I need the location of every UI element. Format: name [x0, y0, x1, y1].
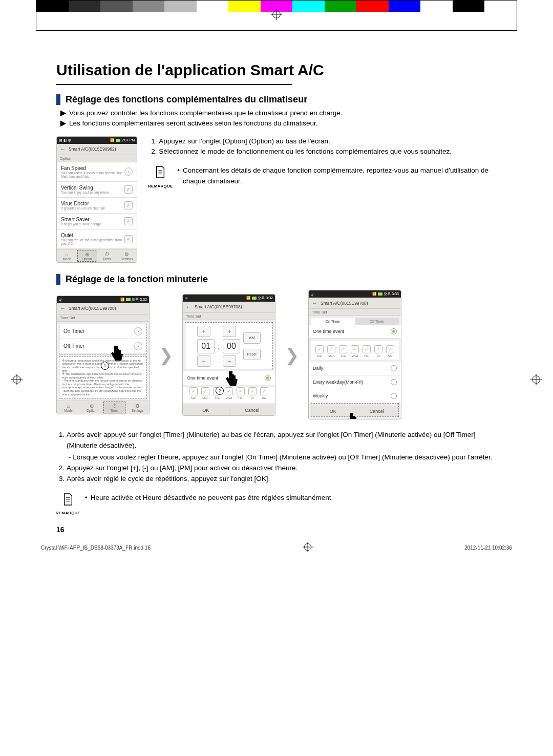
- hour-value: 01: [197, 339, 215, 353]
- option-row[interactable]: QuietYou can reduce the noise generated …: [57, 229, 137, 249]
- screenshot-repeat-options: ψ📶 오후 3:33 ←Smart A/C(0015E99708) Time S…: [308, 290, 401, 419]
- day-sun[interactable]: ✓Sun: [188, 387, 199, 400]
- printer-marks: [36, 0, 517, 31]
- back-icon[interactable]: ←: [60, 305, 66, 311]
- minute-plus-button[interactable]: +: [223, 326, 236, 337]
- subbar: Time Set: [183, 313, 275, 320]
- cancel-button[interactable]: Cancel: [355, 406, 399, 416]
- day-wed[interactable]: ✓Wed: [350, 345, 360, 358]
- check-icon: ✓: [327, 345, 335, 353]
- registration-mark-icon: [271, 9, 282, 22]
- repeat-option[interactable]: Daily: [309, 362, 401, 375]
- chevron-right-icon: ›: [134, 342, 142, 350]
- subbar: Time Set: [309, 309, 401, 316]
- tab-bar: ⌂Mode⊕Option⏱Timer⚙Settings: [57, 401, 149, 414]
- ampm-button[interactable]: AM: [243, 332, 261, 344]
- option-row[interactable]: Smart SaverIt helps you to save energy✓: [57, 214, 137, 229]
- subbar: Time Set: [57, 314, 149, 322]
- tab-settings[interactable]: ⚙Settings: [117, 249, 137, 262]
- status-bar: ▤ ◧ ψ 📶 2:07 PM: [57, 137, 137, 144]
- off-timer-row[interactable]: Off Timer›: [59, 339, 146, 354]
- section1-heading: Réglage des fonctions complémentaires du…: [56, 94, 497, 105]
- note-icon: [62, 493, 74, 509]
- repeat-option[interactable]: One time event: [309, 325, 401, 339]
- day-sat[interactable]: ✓Sat: [259, 387, 269, 400]
- tab-mode[interactable]: ⌂Mode: [57, 401, 80, 414]
- minute-value: 00: [223, 339, 240, 353]
- segmented-control[interactable]: On TimerOff Timer: [311, 318, 399, 325]
- callout-number: 2: [216, 387, 224, 395]
- status-bar: ψ📶 오후 3:33: [309, 290, 401, 298]
- note-icon: [155, 165, 166, 182]
- tab-settings[interactable]: ⚙Settings: [126, 401, 149, 414]
- day-mon[interactable]: ✓Mon: [326, 345, 336, 358]
- tab-option[interactable]: ⊕Option: [80, 401, 103, 414]
- screenshot-time-picker: ψ📶 오후 3:32 ←Smart A/C(0015E99708) Time S…: [182, 294, 275, 416]
- radio-icon: [391, 365, 397, 371]
- check-icon: ✓: [386, 345, 394, 353]
- repeat-option[interactable]: Weekly: [309, 389, 401, 403]
- hour-plus-button[interactable]: +: [197, 326, 210, 337]
- minute-minus-button[interactable]: −: [223, 355, 236, 367]
- day-tue[interactable]: ✓Tue: [338, 345, 348, 358]
- repeat-option[interactable]: Every weekday(Mon-Fri): [309, 375, 401, 389]
- reset-button[interactable]: Reset: [243, 349, 261, 360]
- check-icon: ✓: [363, 345, 371, 353]
- back-icon[interactable]: ←: [186, 304, 192, 310]
- status-bar: ψ📶 오후 3:32: [183, 295, 275, 302]
- status-time: 2:07 PM: [121, 138, 135, 142]
- back-icon[interactable]: ←: [60, 146, 66, 152]
- check-icon: ✓: [260, 387, 268, 395]
- title-rule: [56, 84, 292, 85]
- step-item: Appuyez sur l'onglet [+], [-] ou [AM], […: [67, 463, 497, 474]
- day-fri[interactable]: ✓Fri: [373, 345, 384, 358]
- step-item: Après avoir appuyé sur l'onglet [Timer] …: [67, 430, 497, 463]
- option-row[interactable]: Fan SpeedYou can select 4 levels of fan …: [57, 162, 137, 182]
- back-icon[interactable]: ←: [312, 300, 317, 306]
- on-timer-row[interactable]: On Timer›: [59, 324, 146, 339]
- check-icon: ✓: [189, 387, 198, 395]
- chevron-right-icon: ›: [134, 327, 142, 335]
- radio-icon: [391, 393, 397, 399]
- ok-button[interactable]: OK: [183, 405, 229, 415]
- radio-icon: [391, 379, 397, 385]
- registration-mark-icon: [11, 374, 23, 387]
- registration-mark-icon: [530, 374, 542, 387]
- print-footer: Crystal WiFi APP_IB_DB68-03373A_FR.indd …: [0, 534, 553, 557]
- note-text: Concernant les détails de chaque fonctio…: [183, 165, 497, 186]
- callout-number: 1: [101, 362, 109, 370]
- check-icon: ✓: [124, 235, 133, 243]
- status-left-icons: ▤ ◧ ψ: [59, 138, 71, 142]
- chevron-right-icon: ❯: [159, 345, 173, 365]
- screenshot-timer-list: ψ📶 오후 3:32 ←Smart A/C(0015E99708) Time S…: [56, 296, 150, 415]
- tab-timer[interactable]: ⏱Timer: [103, 401, 126, 414]
- cancel-button[interactable]: Cancel: [229, 405, 275, 415]
- tab-timer[interactable]: ⏱Timer: [97, 249, 117, 262]
- day-fri[interactable]: ✓Fri: [247, 387, 258, 400]
- tab-option[interactable]: ⊕Option: [77, 249, 97, 262]
- check-icon: ✓: [248, 387, 257, 395]
- radio-icon: [265, 375, 271, 381]
- footer-timestamp: 2012-11-21 10:02:36: [464, 545, 512, 551]
- day-sat[interactable]: ✓Sat: [385, 345, 395, 358]
- check-icon: ✓: [124, 185, 133, 194]
- screenshot-option-screen: ▤ ◧ ψ 📶 2:07 PM ← Smart A/C(0015E90962) …: [56, 136, 137, 263]
- section1-bullets: ▶Vous pouvez contrôler les fonctions com…: [60, 108, 497, 129]
- tab-mode[interactable]: ⌂Mode: [57, 249, 77, 262]
- timer-sequence: ψ📶 오후 3:32 ←Smart A/C(0015E99708) Time S…: [56, 290, 497, 419]
- hour-minus-button[interactable]: −: [197, 355, 210, 367]
- day-mon[interactable]: ✓Mon: [200, 387, 210, 400]
- check-icon: ✓: [315, 345, 324, 353]
- option-row[interactable]: Vertical SwingYou can enjoy cool air any…: [57, 182, 137, 198]
- title-bar: ←Smart A/C(0015E99708): [309, 298, 401, 309]
- status-right: 📶 2:07 PM: [110, 138, 135, 142]
- day-thu[interactable]: ✓Thu: [361, 345, 372, 358]
- check-icon: ✓: [351, 345, 359, 353]
- step-item: Appuyez sur l'onglet [Option] (Option) a…: [159, 136, 497, 147]
- day-sun[interactable]: ✓Sun: [314, 345, 325, 358]
- arrow-icon: ▶: [60, 118, 66, 129]
- option-row[interactable]: Virus DoctorIt provides you much clean a…: [57, 198, 137, 214]
- bullet-text: Les fonctions complémentaires seront act…: [69, 118, 318, 129]
- footer-file: Crystal WiFi APP_IB_DB68-03373A_FR.indd …: [41, 545, 151, 551]
- arrow-icon: ▶: [60, 108, 66, 118]
